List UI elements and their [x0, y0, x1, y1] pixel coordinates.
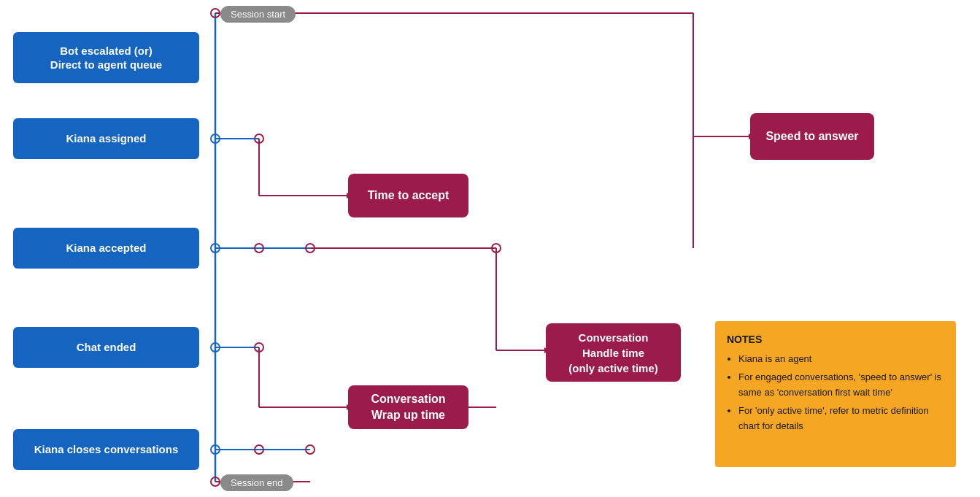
notes-box: NOTES Kiana is an agent For engaged conv…: [715, 321, 956, 467]
notes-item-1: Kiana is an agent: [738, 352, 944, 367]
notes-title: NOTES: [727, 331, 944, 347]
kiana-assigned-box: Kiana assigned: [13, 118, 199, 159]
session-start-label: Session start: [220, 6, 296, 23]
time-to-accept-box: Time to accept: [348, 174, 468, 217]
notes-list: Kiana is an agent For engaged conversati…: [727, 352, 944, 434]
notes-item-2: For engaged conversations, 'speed to ans…: [738, 370, 944, 401]
chat-ended-box: Chat ended: [13, 327, 199, 368]
kiana-accepted-box: Kiana accepted: [13, 228, 199, 269]
kiana-closes-box: Kiana closes conversations: [13, 429, 199, 470]
session-end-label: Session end: [220, 474, 293, 491]
bot-escalated-box: Bot escalated (or) Direct to agent queue: [13, 32, 199, 83]
conversation-handle-box: Conversation Handle time (only active ti…: [546, 323, 681, 382]
conversation-wrap-up-box: Conversation Wrap up time: [348, 385, 468, 429]
speed-to-answer-box: Speed to answer: [750, 113, 874, 160]
notes-item-3: For 'only active time', refer to metric …: [738, 404, 944, 434]
diagram-container: Session start Session end Bot escalated …: [0, 0, 980, 497]
